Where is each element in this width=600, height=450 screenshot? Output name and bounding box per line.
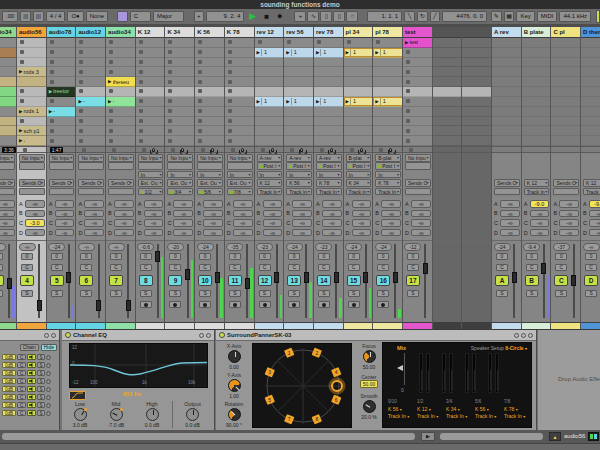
clip-stop-button[interactable] (50, 139, 54, 143)
pan-control[interactable]: 0 (51, 253, 63, 260)
crossfade-assign-button[interactable]: C (199, 264, 211, 271)
volume-fader-handle[interactable] (274, 272, 279, 283)
clip-slot[interactable] (284, 117, 314, 127)
return-slot[interactable] (581, 87, 600, 97)
io-routing-selector[interactable]: No Inpu▾ (227, 154, 253, 162)
clip-stop-button[interactable] (228, 119, 232, 123)
send-amount[interactable]: -∞ (203, 210, 223, 218)
volume-fader-handle[interactable] (245, 278, 250, 289)
io-routing-selector[interactable]: In▾ (257, 171, 283, 179)
clip-stop-button[interactable] (20, 89, 24, 93)
clip-slot[interactable] (0, 136, 17, 146)
clip-slot[interactable] (403, 107, 433, 117)
io-routing-selector[interactable]: No Inpu▾ (78, 154, 104, 162)
crossfade-assign-button[interactable]: C (51, 264, 63, 271)
computer-midi-keyboard-icon[interactable]: ▦ (504, 11, 515, 22)
chain-pan[interactable]: C (17, 378, 26, 385)
io-routing-selector[interactable]: No Inpu▾ (405, 154, 431, 162)
return-slot[interactable] (492, 97, 522, 107)
track-stop-button[interactable] (290, 148, 294, 152)
clip-slot[interactable] (255, 117, 285, 127)
clip[interactable]: ▶1 (373, 48, 403, 58)
clip-stop-button[interactable] (406, 80, 410, 84)
volume-fader-handle[interactable] (215, 272, 220, 283)
clip[interactable]: ▶1 (314, 48, 344, 58)
clip-slot[interactable] (314, 58, 344, 68)
clip-stop-button[interactable] (139, 80, 143, 84)
send-amount[interactable]: -∞ (55, 200, 75, 208)
chain-solo-button[interactable]: S (37, 354, 45, 361)
clip-slot[interactable] (106, 58, 136, 68)
clip-slot[interactable] (0, 38, 17, 48)
volume-display[interactable]: -24 (286, 243, 303, 251)
pan-control[interactable]: 0 (526, 253, 538, 260)
clip-slot[interactable] (195, 67, 225, 77)
solo-button[interactable]: S (169, 290, 181, 297)
track-activator-button[interactable]: B (525, 275, 539, 286)
pan-control[interactable]: 0 (0, 253, 3, 260)
track-stop-button[interactable] (409, 148, 413, 152)
clip-stop-button[interactable] (198, 80, 202, 84)
clip[interactable]: ng (0, 48, 17, 58)
send-amount[interactable]: -∞ (114, 200, 134, 208)
clip-stop-button[interactable] (198, 99, 202, 103)
chain-hotswap-icon[interactable] (46, 411, 51, 416)
clip-stop-button[interactable] (347, 40, 351, 44)
crossfade-assign-button[interactable]: C (21, 264, 33, 271)
follow-button[interactable]: + (194, 11, 205, 22)
volume-fader-handle[interactable] (363, 272, 368, 283)
track-header[interactable]: audio12 (76, 27, 106, 38)
clip-stop-button[interactable] (79, 139, 83, 143)
clip-slot[interactable] (225, 126, 255, 136)
io-routing-selector[interactable]: No Inpu▾ (197, 154, 223, 162)
io-routing-selector[interactable]: Sends O▾ (494, 179, 520, 187)
io-routing-selector[interactable]: Track In▾ (583, 188, 600, 196)
clip-slot[interactable] (284, 126, 314, 136)
output-monitor-selector[interactable]: Track In ▾ (443, 413, 472, 419)
clip-stop-button[interactable] (198, 119, 202, 123)
surround-position-display[interactable]: 12345678 (252, 343, 352, 428)
solo-button[interactable]: S (288, 290, 300, 297)
chain-pan[interactable]: C (17, 410, 26, 417)
rack-chain-row[interactable]: 0dBCS (0, 377, 59, 385)
clip-stop-button[interactable] (406, 50, 410, 54)
solo-button[interactable]: S (51, 290, 63, 297)
clip-slot[interactable] (76, 38, 106, 48)
io-routing-selector[interactable] (138, 162, 164, 170)
io-routing-selector[interactable]: No Inpu▾ (138, 154, 164, 162)
clip-stop-button[interactable] (79, 50, 83, 54)
nudge-down-button[interactable]: ||| (20, 11, 31, 22)
clip-slot[interactable] (373, 67, 403, 77)
device-fold-button[interactable]: ▶ (421, 432, 435, 441)
clip-stop-button[interactable] (198, 139, 202, 143)
clip-slot[interactable] (76, 87, 106, 97)
clip-play-button[interactable]: ▶ (19, 109, 22, 114)
io-routing-selector[interactable]: Track In▾ (524, 188, 550, 196)
clip-slot[interactable] (373, 136, 403, 146)
clip-slot[interactable] (284, 136, 314, 146)
solo-button[interactable]: S (377, 290, 389, 297)
return-slot[interactable] (492, 87, 522, 97)
clip-stop-button[interactable] (139, 129, 143, 133)
volume-display[interactable]: -37 (553, 243, 570, 251)
return-slot[interactable] (492, 77, 522, 87)
io-routing-selector[interactable] (49, 162, 75, 170)
clip-slot[interactable] (0, 107, 17, 117)
crossfade-assign-button[interactable]: C (110, 264, 122, 271)
send-amount[interactable]: -∞ (203, 219, 223, 227)
clip[interactable]: ▶- (17, 136, 47, 146)
chain-pan[interactable]: C (17, 370, 26, 377)
volume-display[interactable]: -∞ (108, 243, 125, 251)
clip-slot[interactable] (373, 126, 403, 136)
send-amount[interactable]: -∞ (203, 229, 223, 237)
track-header[interactable]: B plate (522, 27, 552, 38)
return-slot[interactable] (551, 67, 581, 77)
track-header[interactable]: test (403, 27, 433, 38)
io-routing-selector[interactable]: Sends O▾ (405, 179, 431, 187)
track-stop-button[interactable] (171, 148, 175, 152)
io-routing-selector[interactable]: 1/2▾ (138, 188, 164, 196)
track-activator-button[interactable]: 5 (50, 275, 64, 286)
clip-stop-button[interactable] (50, 119, 54, 123)
io-routing-selector[interactable]: Post I▾ (375, 162, 401, 170)
clip-slot[interactable] (373, 117, 403, 127)
